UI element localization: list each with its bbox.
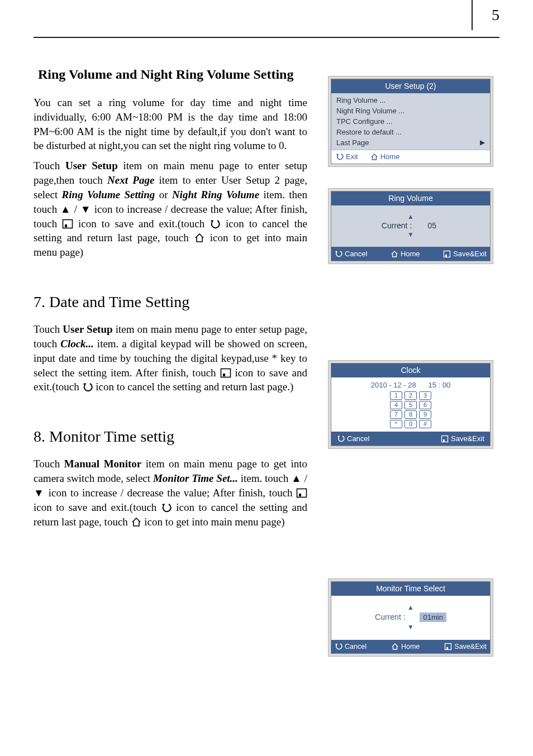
device-footer: Cancel Save&Exit <box>331 432 490 446</box>
back-icon <box>336 153 344 161</box>
keypad-key-2[interactable]: 2 <box>404 391 417 400</box>
section-3-title: 8. Monitor Time settig <box>34 428 307 446</box>
svg-rect-11 <box>446 647 448 649</box>
header-horizontal-rule <box>34 37 499 38</box>
home-icon <box>370 153 378 161</box>
device-clock: Clock 2010 - 12 - 28 15 : 00 1 2 3 <box>328 360 493 449</box>
keypad-key-8[interactable]: 8 <box>404 410 417 419</box>
home-icon <box>131 516 142 527</box>
section-1-paragraph-2: Touch User Setup item on main menu page … <box>34 159 307 260</box>
current-value: 01min <box>420 613 446 622</box>
clock-body: 2010 - 12 - 28 15 : 00 1 2 3 4 <box>331 377 490 432</box>
current-value: 05 <box>424 221 440 230</box>
text-column: Ring Volume and Night Ring Volume Settin… <box>34 45 307 678</box>
footer-home-button[interactable]: Home <box>391 643 420 650</box>
device-monitor: Monitor Time Select ▲ Current : 01min ▼ … <box>328 578 493 657</box>
save-icon <box>444 643 452 650</box>
menu-item-last-page[interactable]: Last Page▶ <box>334 137 487 148</box>
footer-save-label: Save&Exit <box>454 643 487 650</box>
section-3-paragraph: Touch Manual Monitor item on main menu p… <box>34 457 307 529</box>
page-number: 5 <box>492 0 499 30</box>
keypad-key-6[interactable]: 6 <box>419 401 431 409</box>
save-icon <box>62 218 73 228</box>
device-title: Ring Volume <box>331 192 490 205</box>
device-menu-list: Ring Volume ... Night Ring Volume ... TP… <box>331 93 490 150</box>
illustration-column: User Setup (2) Ring Volume ... Night Rin… <box>322 45 499 678</box>
footer-cancel-button[interactable]: Cancel <box>337 434 369 443</box>
footer-save-button[interactable]: Save&Exit <box>443 250 487 258</box>
footer-cancel-label: Cancel <box>345 250 367 258</box>
footer-home-label: Home <box>401 250 420 258</box>
menu-item-ring-volume[interactable]: Ring Volume ... <box>334 95 487 106</box>
save-icon <box>220 367 231 377</box>
menu-item-restore-default[interactable]: Restore to default ... <box>334 127 487 137</box>
section-2-paragraph: Touch User Setup item on main menu page … <box>34 322 307 394</box>
volume-down-button[interactable]: ▼ <box>331 231 490 238</box>
save-icon <box>296 487 307 497</box>
keypad-key-7[interactable]: 7 <box>390 410 402 419</box>
page-header: 5 <box>34 0 499 45</box>
footer-cancel-button[interactable]: Cancel <box>335 250 367 258</box>
back-icon <box>210 218 221 228</box>
back-icon <box>337 435 345 443</box>
svg-rect-1 <box>65 224 67 227</box>
keypad-key-hash[interactable]: # <box>419 420 431 428</box>
footer-save-button[interactable]: Save&Exit <box>444 643 487 650</box>
device-title: Clock <box>331 363 490 377</box>
play-icon: ▶ <box>480 138 485 147</box>
back-icon <box>161 502 172 512</box>
content-columns: Ring Volume and Night Ring Volume Settin… <box>34 45 499 678</box>
menu-item-tpc-configure[interactable]: TPC Configure ... <box>334 116 487 127</box>
device-footer: Exit Home <box>331 150 490 164</box>
monitor-body: ▲ Current : 01min ▼ <box>331 596 490 640</box>
svg-rect-2 <box>221 369 230 377</box>
section-1-title: Ring Volume and Night Ring Volume Settin… <box>38 67 307 82</box>
footer-save-label: Save&Exit <box>453 250 487 258</box>
ring-volume-body: ▲ Current : 05 ▼ <box>331 205 490 247</box>
svg-rect-7 <box>445 255 447 257</box>
keypad-key-0[interactable]: 0 <box>404 420 417 428</box>
current-label: Current : <box>382 221 412 230</box>
page-number-box: 5 <box>472 0 499 30</box>
section-2-title: 7. Date and Time Setting <box>34 293 307 311</box>
header-vertical-divider <box>472 0 473 30</box>
home-icon <box>391 250 398 258</box>
back-icon <box>335 643 342 650</box>
current-label: Current : <box>375 613 405 621</box>
clock-date: 2010 - 12 - 28 <box>371 381 416 389</box>
keypad-key-star[interactable]: * <box>390 420 402 428</box>
footer-home-button[interactable]: Home <box>370 152 400 161</box>
footer-cancel-label: Cancel <box>345 643 367 650</box>
device-footer: Cancel Home Save&Exit <box>331 640 490 653</box>
footer-exit-button[interactable]: Exit <box>336 152 358 161</box>
keypad-key-9[interactable]: 9 <box>419 410 431 419</box>
keypad-key-1[interactable]: 1 <box>390 391 402 400</box>
footer-exit-label: Exit <box>346 152 358 161</box>
device-footer: Cancel Home Save&Exit <box>331 247 490 261</box>
menu-item-night-ring-volume[interactable]: Night Ring Volume ... <box>334 106 487 116</box>
footer-cancel-button[interactable]: Cancel <box>335 643 367 650</box>
volume-up-button[interactable]: ▲ <box>331 213 490 220</box>
svg-rect-5 <box>299 494 301 496</box>
back-icon <box>82 381 93 391</box>
keypad-key-5[interactable]: 5 <box>404 401 417 409</box>
footer-home-label: Home <box>380 152 400 161</box>
keypad-key-4[interactable]: 4 <box>390 401 402 409</box>
footer-home-label: Home <box>401 643 420 650</box>
footer-home-button[interactable]: Home <box>391 250 420 258</box>
footer-cancel-label: Cancel <box>347 434 369 443</box>
section-1-paragraph-1: You can set a ring volume for day time a… <box>34 95 307 153</box>
save-icon <box>443 250 451 258</box>
device-title: User Setup (2) <box>331 79 490 93</box>
clock-time: 15 : 00 <box>428 381 450 389</box>
svg-rect-4 <box>297 489 307 497</box>
svg-rect-0 <box>63 219 73 228</box>
keypad-key-3[interactable]: 3 <box>419 391 431 400</box>
time-up-button[interactable]: ▲ <box>331 604 490 611</box>
home-icon <box>391 643 399 650</box>
save-icon <box>441 435 449 443</box>
time-down-button[interactable]: ▼ <box>331 623 490 631</box>
footer-save-button[interactable]: Save&Exit <box>441 434 484 443</box>
svg-rect-3 <box>223 374 225 376</box>
svg-rect-9 <box>443 439 445 442</box>
